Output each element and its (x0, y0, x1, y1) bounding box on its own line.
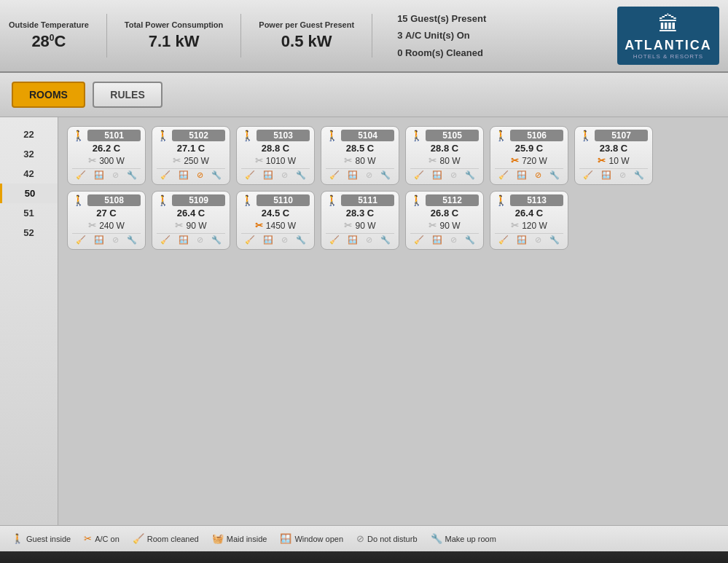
room-cleaned-icon: 🧹 (583, 170, 593, 180)
room-temp: 26.4 C (495, 208, 563, 218)
room-header: 🚶 5113 (495, 194, 563, 206)
ac-icon: ✂ (255, 220, 263, 231)
floor-item-51[interactable]: 51 (0, 203, 58, 223)
room-card-5102[interactable]: 🚶 5102 27.1 C ✂ 250 W 🧹 🪟 ⊘ 🔧 (152, 126, 230, 185)
legend-ac-icon: ✂ (84, 533, 92, 544)
room-card-5110[interactable]: 🚶 5110 24.5 C ✂ 1450 W 🧹 🪟 ⊘ 🔧 (236, 191, 315, 250)
room-cleaned-icon: 🧹 (498, 170, 509, 180)
room-card-5107[interactable]: 🚶 5107 23.8 C ✂ 10 W 🧹 🪟 ⊘ 🔧 (574, 126, 653, 185)
room-temp: 24.5 C (241, 208, 310, 218)
room-dnd-icon: ⊘ (535, 235, 541, 245)
room-number: 5113 (510, 194, 563, 206)
room-cleaned-icon: 🧹 (414, 170, 424, 180)
room-status-icons: 🧹 🪟 ⊘ 🔧 (495, 233, 563, 246)
floor-item-32[interactable]: 32 (0, 144, 58, 164)
divider-1 (106, 14, 107, 58)
total-power-stat: Total Power Consumption 7.1 kW (125, 20, 223, 50)
divider-2 (240, 14, 241, 58)
room-number: 5108 (87, 194, 141, 206)
legend-window-icon: 🪟 (280, 533, 291, 544)
floor-item-42[interactable]: 42 (0, 164, 58, 184)
room-dnd-icon: ⊘ (450, 235, 457, 245)
room-header: 🚶 5102 (157, 130, 225, 141)
power-value: 240 W (99, 221, 125, 231)
room-number: 5104 (341, 130, 394, 141)
room-card-5108[interactable]: 🚶 5108 27 C ✂ 240 W 🧹 🪟 ⊘ 🔧 (67, 191, 146, 250)
guest-icon: 🚶 (72, 194, 85, 206)
outside-temp-value: 280C (9, 32, 89, 51)
ac-icon: ✂ (175, 220, 183, 231)
room-power: ✂ 240 W (72, 220, 141, 231)
legend-maid-icon: 🧺 (212, 533, 224, 544)
room-status-icons: 🧹 🪟 ⊘ 🔧 (579, 168, 648, 181)
hot-text: Hot (12, 559, 39, 563)
summary-stats: 15 Guest(s) Present 3 A/C Unit(s) On 0 R… (397, 10, 486, 61)
room-window-icon: 🪟 (432, 170, 442, 180)
room-power: ✂ 80 W (410, 155, 479, 166)
guest-icon: 🚶 (326, 130, 338, 141)
room-dnd-icon: ⊘ (366, 235, 372, 245)
room-number: 5109 (172, 194, 225, 206)
room-header: 🚶 5105 (410, 130, 479, 141)
room-card-5113[interactable]: 🚶 5113 26.4 C ✂ 120 W 🧹 🪟 ⊘ 🔧 (490, 191, 568, 250)
legend-makeup: 🔧 Make up room (431, 533, 496, 544)
room-status-icons: 🧹 🪟 ⊘ 🔧 (241, 233, 310, 246)
room-cleaned-icon: 🧹 (245, 235, 255, 245)
room-status-icons: 🧹 🪟 ⊘ 🔧 (495, 168, 563, 181)
rooms-tab[interactable]: ROOMS (12, 82, 85, 108)
room-makeup-icon: 🔧 (127, 170, 137, 180)
room-temp: 26.4 C (157, 208, 225, 218)
power-value: 90 W (186, 221, 206, 231)
guest-icon: 🚶 (157, 130, 169, 141)
room-number: 5111 (341, 194, 394, 206)
room-card-5103[interactable]: 🚶 5103 28.8 C ✂ 1010 W 🧹 🪟 ⊘ 🔧 (236, 126, 315, 185)
room-status-icons: 🧹 🪟 ⊘ 🔧 (326, 168, 394, 181)
room-dnd-icon: ⊘ (535, 170, 541, 180)
legend-dnd-label: Do not disturb (367, 535, 417, 543)
room-window-icon: 🪟 (601, 170, 611, 180)
guest-icon: 🚶 (579, 130, 592, 141)
room-card-5105[interactable]: 🚶 5105 28.8 C ✂ 80 W 🧹 🪟 ⊘ 🔧 (405, 126, 484, 185)
floor-item-52[interactable]: 52 (0, 223, 58, 243)
room-power: ✂ 90 W (410, 220, 479, 231)
room-card-5111[interactable]: 🚶 5111 28.3 C ✂ 90 W 🧹 🪟 ⊘ 🔧 (321, 191, 399, 250)
room-card-5101[interactable]: 🚶 5101 26.2 C ✂ 300 W 🧹 🪟 ⊘ 🔧 (67, 126, 146, 185)
room-cleaned-icon: 🧹 (329, 170, 340, 180)
room-temp: 26.2 C (72, 143, 141, 154)
footer-left: HotEA™ REDEFINING COMFORT & CONTROL (12, 559, 230, 563)
legend-ac: ✂ A/C on (84, 533, 120, 544)
floor-item-50[interactable]: 50 (0, 184, 58, 203)
room-card-5109[interactable]: 🚶 5109 26.4 C ✂ 90 W 🧹 🪟 ⊘ 🔧 (152, 191, 230, 250)
room-status-icons: 🧹 🪟 ⊘ 🔧 (410, 168, 479, 181)
room-temp: 27.1 C (157, 143, 225, 154)
room-power: ✂ 90 W (326, 220, 394, 231)
room-makeup-icon: 🔧 (296, 170, 306, 180)
room-dnd-icon: ⊘ (281, 235, 288, 245)
room-power: ✂ 300 W (72, 155, 141, 166)
footer: HotEA™ REDEFINING COMFORT & CONTROL ◉ Go… (0, 551, 728, 563)
rules-tab[interactable]: RULES (93, 82, 162, 108)
power-value: 90 W (355, 221, 375, 231)
ac-units-stat: 3 A/C Unit(s) On (397, 27, 486, 44)
room-number: 5107 (595, 130, 648, 141)
room-power: ✂ 120 W (495, 220, 563, 231)
outside-temp-label: Outside Temperature (9, 20, 89, 30)
room-card-5112[interactable]: 🚶 5112 26.8 C ✂ 90 W 🧹 🪟 ⊘ 🔧 (405, 191, 484, 250)
power-per-guest-label: Power per Guest Present (259, 20, 354, 30)
room-card-5104[interactable]: 🚶 5104 28.5 C ✂ 80 W 🧹 🪟 ⊘ 🔧 (321, 126, 399, 185)
total-power-value: 7.1 kW (125, 32, 223, 51)
floor-list: 22 32 42 50 51 52 (0, 117, 58, 525)
room-makeup-icon: 🔧 (380, 235, 391, 245)
legend-makeup-label: Make up room (445, 535, 496, 543)
room-header: 🚶 5110 (241, 194, 310, 206)
floor-item-22[interactable]: 22 (0, 125, 58, 144)
legend-dnd: ⊘ Do not disturb (356, 533, 417, 544)
ac-icon: ✂ (344, 220, 352, 231)
logo-text: ATLANTICA (625, 38, 712, 53)
legend-cleaned-icon: 🧹 (133, 533, 144, 544)
room-card-5106[interactable]: 🚶 5106 25.9 C ✂ 720 W 🧹 🪟 ⊘ 🔧 (490, 126, 568, 185)
room-cleaned-icon: 🧹 (76, 235, 86, 245)
room-window-icon: 🪟 (94, 170, 104, 180)
power-value: 720 W (522, 156, 547, 166)
legend-makeup-icon: 🔧 (431, 533, 442, 544)
